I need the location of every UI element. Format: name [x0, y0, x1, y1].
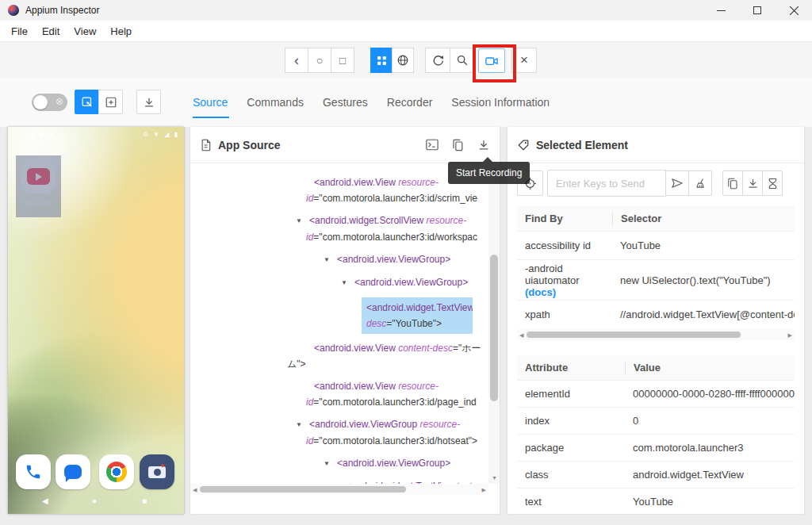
messages-app-icon: [56, 454, 90, 489]
tree-node-line[interactable]: ▼<android.view.ViewGroup>: [198, 455, 488, 472]
status-icons: ⊖ ▼ ◢ ▮: [143, 131, 179, 138]
nav-back-icon: ◀: [42, 496, 48, 505]
download-source-button[interactable]: [477, 139, 490, 151]
maximize-button[interactable]: [739, 0, 776, 21]
find-by-col-header: Find By: [517, 213, 612, 224]
tab-bar: SourceCommandsGesturesRecorderSession In…: [193, 78, 559, 127]
device-screenshot[interactable]: ⊖ ▼ ◢ ▮ YouTube: [8, 127, 184, 514]
select-element-button[interactable]: [75, 90, 99, 114]
menu-item-help[interactable]: Help: [103, 25, 139, 37]
tree-node-line[interactable]: id="com.motorola.launcher3:id/hotseat">: [198, 433, 488, 449]
source-horizontal-scrollbar[interactable]: ◀ ▶: [190, 484, 488, 495]
expand-caret-icon[interactable]: ▼: [324, 456, 337, 472]
square-plus-icon: [105, 96, 117, 109]
send-keys-input[interactable]: [547, 170, 666, 197]
close-window-button[interactable]: [776, 0, 812, 21]
tree-node-line[interactable]: ▼<android.view.ViewGroup>: [198, 274, 488, 291]
scroll-right-icon[interactable]: ▶: [482, 487, 486, 493]
scrollbar-thumb[interactable]: [490, 255, 498, 401]
selector-col-header: Selector: [613, 213, 795, 224]
refresh-button[interactable]: [425, 48, 450, 73]
element-actions-row: [508, 163, 804, 203]
tree-node-line[interactable]: ム">: [198, 356, 488, 372]
wait-for-element-button[interactable]: [762, 171, 783, 196]
tree-node-line[interactable]: id="com.motorola.launcher3:id/scrim_vie: [198, 190, 488, 206]
notification-dot-icon: [30, 133, 34, 137]
source-vertical-scrollbar[interactable]: ▲ ▼: [488, 163, 500, 484]
tree-node-line[interactable]: ▼<android.view.ViewGroup resource-: [198, 416, 488, 433]
attribute-row: classandroid.widget.TextView: [517, 461, 795, 488]
download-screenshot-button[interactable]: [136, 90, 161, 114]
native-app-mode-button[interactable]: [370, 48, 393, 73]
send-keys-button[interactable]: [665, 171, 689, 196]
clear-element-button[interactable]: [688, 171, 712, 196]
toggle-commands-button[interactable]: [426, 139, 439, 151]
device-back-button[interactable]: ‹: [285, 48, 308, 73]
app-logo-icon: [8, 5, 19, 16]
swipe-by-coordinates-button[interactable]: [98, 90, 123, 114]
attribute-row: elementId00000000-0000-0280-ffff-ffff000…: [517, 380, 795, 407]
download-element-button[interactable]: [742, 171, 763, 196]
scroll-left-icon[interactable]: ◀: [193, 487, 197, 493]
globe-icon: [396, 54, 409, 67]
tree-node-line[interactable]: <android.view.View content-desc="ホー: [198, 340, 488, 356]
search-button[interactable]: [450, 48, 475, 73]
web-hybrid-mode-button[interactable]: [392, 48, 414, 73]
tree-node-line[interactable]: <android.view.View resource-: [198, 174, 488, 190]
find-by-horizontal-scrollbar[interactable]: ◀ ▶: [517, 329, 795, 340]
scrollbar-thumb[interactable]: [527, 331, 741, 338]
selected-element-highlight[interactable]: YouTube: [16, 155, 61, 217]
tree-node-line[interactable]: <android.view.View resource-: [198, 378, 488, 394]
notification-dot-icon: [40, 133, 44, 137]
tab-session-information[interactable]: Session Information: [442, 78, 559, 127]
device-nav-group: ‹ ○ □: [285, 48, 354, 73]
tab-source[interactable]: Source: [193, 78, 237, 127]
expand-caret-icon[interactable]: ▼: [296, 417, 309, 433]
send-icon: [671, 178, 684, 189]
device-overview-button[interactable]: □: [331, 48, 354, 73]
menu-item-file[interactable]: File: [4, 25, 35, 37]
selection-overlay: [16, 155, 61, 217]
find-by-row: accessibility idYouTube: [517, 231, 795, 259]
device-home-button[interactable]: ○: [308, 48, 331, 73]
find-by-body: accessibility idYouTube-android uiautoma…: [517, 231, 795, 328]
find-by-header: Find By Selector: [517, 206, 795, 231]
tab-commands[interactable]: Commands: [237, 78, 313, 127]
nav-home-icon: ●: [92, 496, 97, 505]
scroll-down-icon[interactable]: ▼: [492, 475, 497, 481]
element-highlight-toggle[interactable]: ⊗: [32, 94, 67, 111]
copy-source-button[interactable]: [452, 139, 464, 151]
scrollbar-thumb[interactable]: [200, 486, 406, 492]
expand-caret-icon[interactable]: ▼: [296, 213, 309, 229]
selected-element-title: Selected Element: [536, 139, 628, 151]
menu-item-view[interactable]: View: [67, 25, 103, 37]
tree-node-line[interactable]: ▼<android.widget.ScrollView resource-: [198, 213, 488, 229]
annotation-highlight-box: [473, 44, 516, 82]
value-col-header: Value: [626, 362, 795, 374]
selected-element-panel: Selected Element: [508, 127, 804, 514]
copy-attributes-button[interactable]: [722, 171, 743, 196]
tab-recorder[interactable]: Recorder: [377, 78, 442, 127]
tree-node-line[interactable]: <android.widget.TextView t: [362, 297, 473, 316]
tree-node-line[interactable]: ▼<android.view.ViewGroup>: [198, 251, 488, 268]
menu-bar: FileEditViewHelp: [0, 21, 812, 41]
tree-node-line[interactable]: id="com.motorola.launcher3:id/page_ind: [198, 394, 488, 410]
tab-gestures[interactable]: Gestures: [313, 78, 377, 127]
minimize-button[interactable]: [703, 0, 739, 21]
search-icon: [456, 54, 469, 67]
camera-app-icon: [140, 454, 174, 489]
notification-dot-icon: [49, 133, 53, 137]
download-icon: [477, 139, 490, 151]
tree-node-line[interactable]: <android.widget.TextView text=: [198, 478, 488, 484]
app-source-title: App Source: [218, 139, 281, 151]
attributes-header: Attribute Value: [517, 355, 795, 380]
docs-link[interactable]: (docs): [525, 286, 612, 298]
session-toolbar: ‹ ○ □: [0, 41, 812, 79]
expand-caret-icon[interactable]: ▼: [341, 275, 354, 291]
tree-node-line[interactable]: id="com.motorola.launcher3:id/workspac: [198, 229, 488, 245]
tree-node-line[interactable]: desc="YouTube">: [362, 316, 473, 334]
scroll-right-icon[interactable]: ▶: [788, 332, 792, 339]
menu-item-edit[interactable]: Edit: [35, 25, 67, 37]
scroll-left-icon[interactable]: ◀: [519, 332, 523, 339]
expand-caret-icon[interactable]: ▼: [324, 252, 337, 268]
